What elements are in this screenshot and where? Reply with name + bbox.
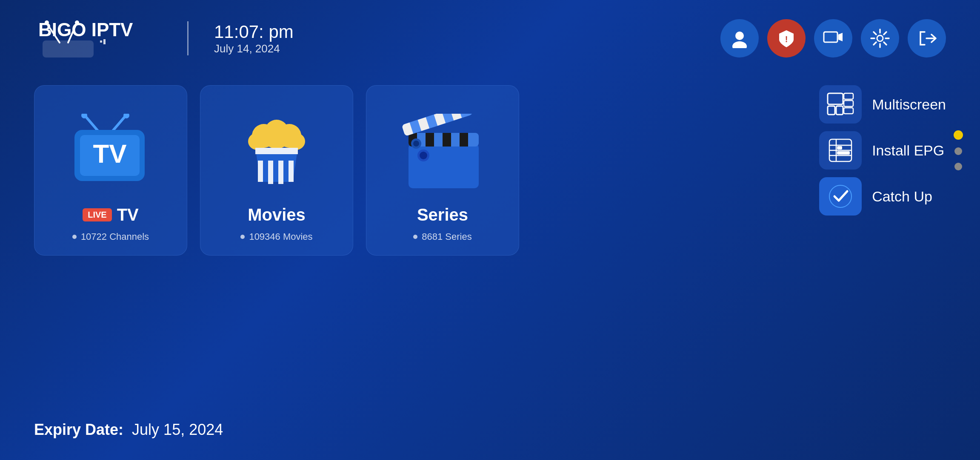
svg-line-18 [874,32,876,34]
svg-rect-63 [844,108,853,114]
live-badge: LIVE [83,208,111,221]
live-tv-subtitle: 10722 Channels [72,231,149,242]
movies-label-row: Movies [248,205,306,224]
svg-point-57 [420,152,427,159]
svg-line-23 [85,116,98,131]
screen-record-button[interactable] [814,19,852,58]
dot-icon [413,235,417,239]
scroll-dot-2 [954,147,962,155]
svg-rect-70 [837,151,850,155]
svg-rect-58 [828,93,843,104]
svg-text:TV: TV [93,139,126,168]
svg-rect-36 [255,148,298,154]
series-label-row: Series [417,205,468,224]
dot-icon [72,235,77,239]
catch-up-item[interactable]: Catch Up [819,177,946,216]
movies-subtitle: 109346 Movies [240,231,312,242]
svg-text:!: ! [785,34,788,44]
catch-up-label: Catch Up [872,188,932,205]
live-tv-card[interactable]: TV LIVE TV 10722 Channels [34,85,187,256]
svg-rect-37 [258,161,263,182]
svg-point-9 [732,41,747,48]
svg-line-19 [884,42,886,45]
svg-rect-41 [409,144,479,188]
cards-row: TV LIVE TV 10722 Channels [34,85,777,256]
series-subtitle: 8681 Series [413,231,471,242]
svg-rect-6 [100,40,102,43]
live-tv-icon-area: TV [68,98,153,205]
multiscreen-icon-box [819,85,862,124]
footer: Expiry Date: July 15, 2024 [34,421,223,439]
multiscreen-icon [827,92,854,116]
install-epg-label: Install EPG [872,142,944,159]
multiscreen-item[interactable]: Multiscreen [819,85,946,124]
svg-rect-69 [837,146,842,150]
movies-title: Movies [248,205,306,224]
shield-button[interactable]: ! [767,19,806,58]
svg-text:BIGO IPTV: BIGO IPTV [38,19,133,40]
shield-icon: ! [777,29,796,48]
profile-icon [730,29,749,48]
svg-rect-38 [268,161,273,184]
svg-rect-61 [844,93,853,99]
svg-rect-46 [443,133,451,147]
screen-record-icon [823,29,843,47]
current-date: July 14, 2024 [214,42,294,55]
scroll-dot-1 [954,130,963,140]
settings-icon [870,29,890,48]
svg-rect-60 [836,106,843,115]
svg-point-13 [877,35,883,41]
dot-icon [240,235,245,239]
catch-up-icon-box [819,177,862,216]
current-time: 11:07: pm [214,22,294,42]
svg-line-25 [113,116,126,131]
movies-card[interactable]: Movies 109346 Movies [200,85,353,256]
live-tv-label-row: LIVE TV [83,205,139,224]
logout-button[interactable] [908,19,946,58]
svg-rect-47 [460,133,468,147]
catchup-icon [829,184,852,208]
svg-line-20 [884,32,886,34]
svg-rect-11 [824,32,837,42]
logo-svg: BIGO IPTV [34,17,162,60]
movies-icon-area [243,98,311,205]
expiry-label: Expiry Date: [34,421,123,438]
svg-rect-39 [278,161,283,184]
svg-point-8 [735,32,744,40]
series-icon-area [400,98,485,205]
svg-rect-7 [103,39,106,44]
logout-icon [917,29,937,48]
install-epg-item[interactable]: Install EPG [819,131,946,170]
logo: BIGO IPTV [34,17,162,60]
epg-icon [829,138,852,162]
svg-line-21 [874,42,876,45]
main-content: TV LIVE TV 10722 Channels [0,60,980,256]
header-divider [187,21,189,55]
svg-rect-45 [426,133,434,147]
svg-point-35 [264,128,289,149]
series-title: Series [417,205,468,224]
scroll-dot-3 [954,163,962,170]
settings-button[interactable] [861,19,899,58]
tv-icon: TV [68,114,153,190]
series-card[interactable]: Series 8681 Series [366,85,519,256]
svg-rect-59 [828,106,835,115]
live-tv-title: TV [117,205,139,224]
svg-point-71 [829,185,851,207]
install-epg-icon-box [819,131,862,170]
scroll-dots [954,130,963,170]
svg-point-49 [413,141,419,147]
svg-rect-62 [844,101,853,106]
profile-button[interactable] [720,19,759,58]
svg-rect-4 [43,40,94,58]
datetime: 11:07: pm July 14, 2024 [214,22,294,55]
svg-point-33 [248,133,267,150]
svg-rect-40 [289,161,294,182]
multiscreen-label: Multiscreen [872,96,946,113]
clapperboard-icon [400,114,485,190]
header: BIGO IPTV 11:07: pm July 14, 2024 ! [0,0,980,60]
right-panel: Multiscreen Install EPG [819,85,946,216]
top-icons: ! [720,19,946,58]
svg-point-34 [286,133,305,150]
logo-section: BIGO IPTV 11:07: pm July 14, 2024 [34,17,294,60]
